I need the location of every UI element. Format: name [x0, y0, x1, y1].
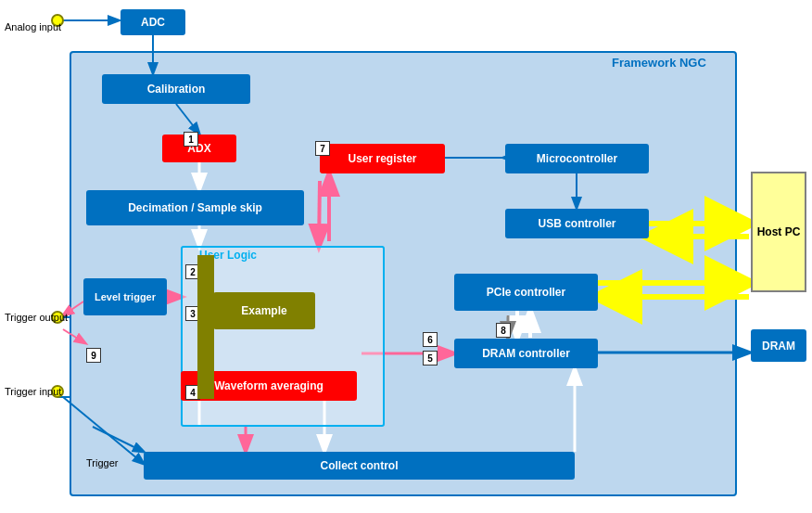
olive-bar [197, 255, 214, 399]
calibration-block: Calibration [102, 74, 250, 104]
example-block: Example [213, 292, 315, 329]
pcie-controller-block: PCIe controller [454, 274, 598, 311]
usb-controller-block: USB controller [505, 209, 649, 238]
framework-box [70, 51, 737, 496]
badge-1: 1 [184, 132, 198, 147]
trigger-output-label: Trigger output [5, 311, 68, 324]
badge-5: 5 [423, 351, 438, 366]
microcontroller-block: Microcontroller [505, 144, 649, 173]
badge-7: 7 [315, 141, 330, 156]
dram-box: DRAM [751, 329, 806, 362]
analog-input-label: Analog input [5, 20, 61, 33]
adx-block: ADX [162, 135, 236, 162]
badge-9: 9 [86, 348, 101, 363]
trigger-input-label: Trigger input [5, 385, 61, 398]
trigger-label: Trigger [86, 457, 118, 468]
badge-6: 6 [423, 332, 438, 347]
decimation-block: Decimation / Sample skip [86, 190, 304, 225]
adc-block: ADC [121, 9, 185, 35]
diagram-container: Framework NGC [0, 0, 812, 513]
dram-controller-block: DRAM controller [454, 339, 598, 368]
badge-8: 8 [496, 323, 511, 338]
level-trigger-block: Level trigger [83, 278, 167, 315]
collect-control-block: Collect control [144, 452, 575, 480]
host-pc-box: Host PC [751, 172, 806, 292]
user-register-block: User register [320, 144, 445, 173]
framework-label: Framework NGC [612, 56, 706, 70]
